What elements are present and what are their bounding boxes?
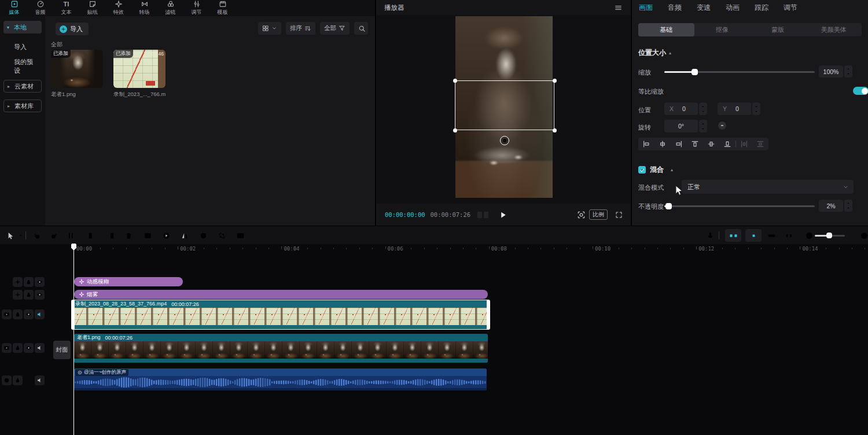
dist-v-icon[interactable]: [752, 138, 768, 150]
track-2-effects-icon[interactable]: [13, 290, 23, 300]
position-y-field[interactable]: Y 0: [718, 102, 751, 115]
blend-collapse-arrow-icon[interactable]: ▴: [671, 167, 673, 172]
rotate-handle[interactable]: [500, 136, 509, 145]
undo-icon[interactable]: [31, 230, 42, 241]
mic-icon[interactable]: [705, 230, 715, 241]
sidebar-item-云素材[interactable]: ▸云素材: [3, 80, 42, 93]
align-cy-icon[interactable]: [703, 138, 719, 150]
frame-option-icon[interactable]: [477, 212, 482, 218]
ratio-button[interactable]: 比例: [589, 209, 608, 220]
dist-h-icon[interactable]: [736, 138, 752, 150]
track-5-speaker-icon[interactable]: [35, 375, 45, 385]
track-5-audio-track-icon[interactable]: [2, 375, 12, 385]
playhead[interactable]: [73, 244, 75, 435]
blend-mode-select[interactable]: 正常: [682, 180, 854, 194]
media-item-老者1.png[interactable]: 已添加老者1.png: [51, 50, 103, 98]
rotation-stepper[interactable]: [699, 120, 707, 132]
trim-right-icon[interactable]: [106, 230, 116, 241]
toolbar-item-adjust[interactable]: 调节: [183, 0, 209, 16]
selection-handle-tl[interactable]: [453, 79, 457, 83]
trim-left-icon[interactable]: [86, 230, 96, 241]
track-4-eye-icon[interactable]: [24, 343, 34, 353]
position-x-field[interactable]: X 0: [664, 102, 698, 115]
track-2-eye-icon[interactable]: [35, 290, 45, 300]
toolbar-item-text[interactable]: TI文本: [53, 0, 79, 16]
scale-slider-knob[interactable]: [692, 69, 698, 75]
media-thumbnail[interactable]: 已添加07:46: [113, 50, 165, 88]
selection-handle-tr[interactable]: [553, 79, 557, 83]
inspector-tab-变速[interactable]: 变速: [697, 3, 711, 13]
rotate-icon[interactable]: [198, 230, 208, 241]
track-1-effects-icon[interactable]: [13, 277, 23, 287]
frame-option-icon-2[interactable]: [484, 212, 488, 218]
inspector-subtab-美颜美体[interactable]: 美颜美体: [806, 23, 862, 36]
split-icon[interactable]: [65, 230, 76, 241]
cursor-icon[interactable]: [5, 230, 15, 241]
sidebar-item-素材库[interactable]: ▸素材库: [3, 99, 42, 112]
sidebar-item-导入[interactable]: 导入: [3, 40, 42, 53]
pip-icon[interactable]: [235, 230, 245, 241]
scale-stepper[interactable]: [844, 65, 852, 78]
linkage-icon[interactable]: [745, 229, 762, 242]
inspector-subtab-基础[interactable]: 基础: [638, 23, 694, 36]
inspector-subtab-抠像[interactable]: 抠像: [694, 23, 751, 36]
video-clip[interactable]: 录制_2023_08_28_23_58_37_766.mp4 00:00:07:…: [72, 300, 490, 330]
player-menu-icon[interactable]: [614, 3, 623, 12]
freeze-icon[interactable]: [142, 230, 153, 241]
inspector-tab-跟踪[interactable]: 跟踪: [755, 3, 768, 13]
blend-checkbox[interactable]: [638, 166, 646, 174]
align-b-icon[interactable]: [719, 138, 735, 150]
track-1-eye-icon[interactable]: [35, 277, 45, 287]
track-3-lock-icon[interactable]: [13, 309, 23, 319]
selection-box[interactable]: [455, 80, 554, 130]
scale-value[interactable]: 100%: [819, 65, 843, 78]
toolbar-item-transition[interactable]: 转场: [131, 0, 157, 16]
effect-clip-smoke[interactable]: 烟雾: [74, 290, 488, 299]
sidebar-item-我的预设[interactable]: 我的预设: [3, 60, 42, 73]
inspector-tab-画面[interactable]: 画面: [639, 3, 653, 13]
track-5-lock-icon[interactable]: [13, 375, 23, 385]
import-button[interactable]: 导入: [56, 23, 89, 35]
toolbar-item-filter[interactable]: 滤镜: [157, 0, 183, 16]
collapse-arrow-icon[interactable]: ▴: [669, 50, 671, 56]
toolbar-item-audio[interactable]: 音频: [27, 0, 53, 16]
play-button[interactable]: [499, 211, 507, 219]
scale-slider[interactable]: [664, 71, 815, 73]
selection-handle-br[interactable]: [553, 128, 557, 132]
media-item-录制_2023_..._766.mp4[interactable]: 已添加07:46录制_2023_..._766.mp4: [113, 50, 165, 98]
inspector-subtab-蒙版[interactable]: 蒙版: [750, 23, 806, 36]
unlink-icon[interactable]: [784, 230, 794, 241]
clip-trim-handle-right[interactable]: [487, 300, 490, 330]
selection-handle-bl[interactable]: [453, 128, 457, 132]
chev-down-icon[interactable]: [15, 230, 25, 241]
filter-button[interactable]: 全部: [320, 22, 350, 35]
track-1-lock-icon[interactable]: [24, 277, 34, 287]
zoom-out-icon[interactable]: [804, 230, 814, 241]
track-3-eye-icon[interactable]: [24, 309, 34, 319]
opacity-value[interactable]: 2%: [819, 200, 843, 212]
opacity-stepper[interactable]: [844, 200, 852, 212]
image-clip[interactable]: 老者1.png 00:00:07:26: [74, 334, 488, 363]
cover-button[interactable]: 封面: [53, 341, 71, 359]
rotation-dial-icon[interactable]: [718, 121, 727, 130]
track-4-lock-icon[interactable]: [13, 343, 23, 353]
toolbar-item-media[interactable]: 媒体: [1, 0, 27, 16]
align-t-icon[interactable]: [687, 138, 703, 150]
align-cx-icon[interactable]: [654, 138, 671, 150]
speed-icon[interactable]: [161, 230, 171, 241]
timeline-zoom-knob[interactable]: [826, 233, 832, 238]
track-4-video-track-icon[interactable]: [2, 343, 12, 353]
uniform-scale-toggle[interactable]: [853, 87, 868, 95]
inspector-tab-动画[interactable]: 动画: [726, 3, 740, 13]
mirror-icon[interactable]: [179, 230, 190, 241]
zoom-in-icon[interactable]: [859, 230, 868, 241]
redo-icon[interactable]: [49, 230, 59, 241]
sort-button[interactable]: 排序: [286, 22, 315, 35]
view-mode-button[interactable]: [258, 22, 281, 35]
opacity-slider-knob[interactable]: [665, 203, 672, 209]
rotation-value[interactable]: 0°: [664, 120, 698, 132]
audio-clip[interactable]: @清一~创作的原声: [74, 368, 487, 390]
fullscreen-icon[interactable]: [615, 211, 623, 219]
opacity-slider[interactable]: [664, 205, 815, 207]
sidebar-item-本地[interactable]: ▾本地: [3, 21, 42, 34]
